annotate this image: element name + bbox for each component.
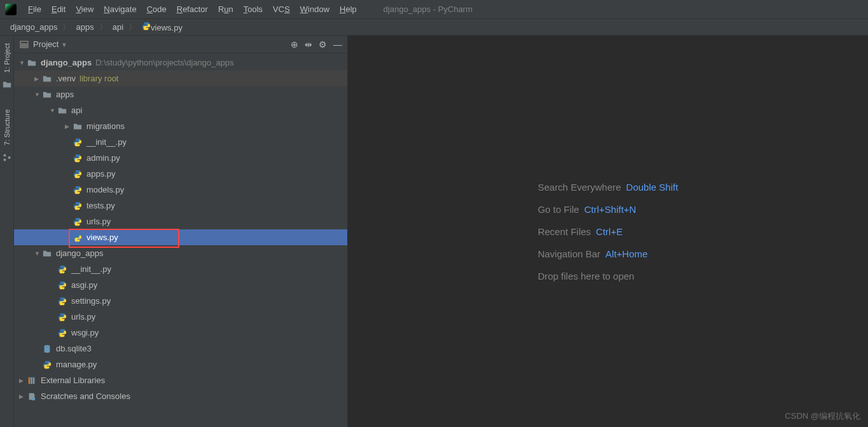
- tree-node-django-apps[interactable]: ▼django_apps: [14, 245, 347, 261]
- scratch-icon: [27, 391, 37, 402]
- panel-title[interactable]: Project ▼: [33, 39, 291, 49]
- hint-label: Go to File: [538, 204, 579, 215]
- tree-node-db-sqlite3[interactable]: db.sqlite3: [14, 341, 347, 356]
- chevron-down-icon[interactable]: ▼: [19, 60, 25, 66]
- locate-icon[interactable]: ⊕: [291, 39, 298, 50]
- folder-icon: [27, 58, 37, 68]
- breadcrumb-item[interactable]: django_apps: [6, 21, 61, 33]
- gutter-tab-structure[interactable]: 7: Structure: [2, 104, 12, 151]
- tree-node-urls-py[interactable]: urls.py: [14, 309, 347, 325]
- tree-node---init---py[interactable]: __init__.py: [14, 261, 347, 277]
- menu-refactor[interactable]: Refactor: [172, 3, 213, 16]
- tree-label: __init__.py: [71, 264, 111, 274]
- tree-label: settings.py: [71, 296, 111, 306]
- tree-node-wsgi-py[interactable]: wsgi.py: [14, 325, 347, 341]
- py-icon: [42, 360, 52, 370]
- editor-hint: Go to FileCtrl+Shift+N: [538, 204, 679, 215]
- chevron-right-icon[interactable]: ▶: [65, 123, 71, 130]
- window-title: django_apps - PyCharm: [383, 4, 472, 14]
- chevron-right-icon[interactable]: ▶: [34, 76, 41, 82]
- editor-hint: Search EverywhereDouble Shift: [538, 182, 679, 193]
- menu-window[interactable]: Window: [295, 3, 334, 16]
- svg-rect-4: [21, 42, 27, 43]
- tree-label: views.py: [86, 233, 118, 242]
- svg-rect-8: [33, 377, 35, 384]
- menu-run[interactable]: Run: [213, 3, 238, 16]
- left-gutter: 1: Project 7: Structure: [0, 36, 14, 427]
- tree-node-external-libraries[interactable]: ▶External Libraries: [14, 372, 347, 388]
- chevron-down-icon[interactable]: ▼: [50, 107, 56, 114]
- editor-area[interactable]: Search EverywhereDouble ShiftGo to FileC…: [348, 36, 868, 427]
- tree-label: api: [71, 105, 82, 115]
- menu-tools[interactable]: Tools: [238, 3, 268, 16]
- tree-node-manage-py[interactable]: manage.py: [14, 356, 347, 372]
- tree-node-scratches-and-consoles[interactable]: ▶Scratches and Consoles: [14, 388, 347, 404]
- tree-node-tests-py[interactable]: tests.py: [14, 198, 347, 214]
- menu-code[interactable]: Code: [142, 3, 172, 16]
- py-icon: [72, 233, 83, 243]
- folder-icon: [42, 74, 52, 84]
- tree-label: manage.py: [56, 360, 97, 369]
- menu-help[interactable]: Help: [334, 3, 362, 16]
- tree-node-views-py[interactable]: views.py: [14, 229, 347, 245]
- tree-node-api[interactable]: ▼api: [14, 102, 347, 118]
- menu-edit[interactable]: Edit: [46, 3, 71, 16]
- chevron-right-icon[interactable]: ▶: [19, 377, 25, 384]
- svg-rect-1: [3, 159, 6, 161]
- tree-node-settings-py[interactable]: settings.py: [14, 293, 347, 309]
- tree-label: urls.py: [86, 217, 111, 226]
- breadcrumb-item[interactable]: views.py: [138, 20, 186, 34]
- tree-label: admin.py: [86, 153, 120, 163]
- tree-node-asgi-py[interactable]: asgi.py: [14, 277, 347, 293]
- menubar: FileEditViewNavigateCodeRefactorRunTools…: [0, 0, 868, 19]
- gutter-tab-project[interactable]: 1: Project: [2, 38, 12, 78]
- editor-hint: Navigation BarAlt+Home: [538, 248, 679, 259]
- svg-point-9: [32, 396, 35, 400]
- tree-node-urls-py[interactable]: urls.py: [14, 214, 347, 229]
- breadcrumb-item[interactable]: api: [109, 21, 127, 33]
- tree-label: Scratches and Consoles: [41, 391, 130, 401]
- svg-rect-7: [31, 377, 32, 384]
- tree-hint: D:\study\python\projects\django_apps: [95, 58, 234, 67]
- menu-file[interactable]: File: [23, 3, 46, 16]
- hint-label: Search Everywhere: [538, 182, 621, 193]
- tree-label: tests.py: [86, 201, 115, 210]
- py-icon: [72, 201, 83, 211]
- tree-label: db.sqlite3: [56, 344, 92, 353]
- collapse-icon[interactable]: ⇹: [305, 39, 312, 50]
- tree-label: apps: [56, 90, 74, 99]
- gear-icon[interactable]: ⚙: [319, 39, 327, 50]
- tree-node--venv[interactable]: ▶.venvlibrary root: [14, 71, 347, 86]
- tree-node-django-apps[interactable]: ▼django_appsD:\study\python\projects\dja…: [14, 55, 347, 71]
- chevron-right-icon[interactable]: ▶: [19, 393, 25, 400]
- tree-label: wsgi.py: [71, 328, 99, 337]
- chevron-right-icon: 〉: [99, 22, 107, 33]
- py-icon: [57, 280, 67, 290]
- svg-rect-3: [20, 41, 29, 48]
- tree-node---init---py[interactable]: __init__.py: [14, 134, 347, 150]
- tree-node-admin-py[interactable]: admin.py: [14, 150, 347, 166]
- tree-label: django_apps: [56, 248, 103, 258]
- chevron-down-icon[interactable]: ▼: [34, 250, 41, 257]
- menu-navigate[interactable]: Navigate: [99, 3, 141, 16]
- tree-label: migrations: [86, 121, 125, 131]
- tree-label: models.py: [86, 185, 124, 194]
- tree-node-migrations[interactable]: ▶migrations: [14, 118, 347, 134]
- menu-vcs[interactable]: VCS: [268, 3, 295, 16]
- project-tree[interactable]: ▼django_appsD:\study\python\projects\dja…: [14, 53, 347, 427]
- tree-node-apps-py[interactable]: apps.py: [14, 166, 347, 182]
- tree-label: asgi.py: [71, 280, 97, 290]
- breadcrumb-item[interactable]: apps: [72, 21, 97, 33]
- tree-node-models-py[interactable]: models.py: [14, 182, 347, 198]
- hint-shortcut: Ctrl+E: [596, 226, 623, 237]
- chevron-down-icon[interactable]: ▼: [34, 92, 41, 98]
- hide-icon[interactable]: —: [333, 39, 342, 50]
- py-icon: [72, 169, 83, 179]
- breadcrumb-bar: django_apps〉apps〉api〉views.py: [0, 19, 868, 36]
- hint-shortcut: Ctrl+Shift+N: [584, 204, 637, 215]
- menu-view[interactable]: View: [71, 3, 99, 16]
- tree-label: .venv: [56, 74, 76, 83]
- tree-node-apps[interactable]: ▼apps: [14, 86, 347, 102]
- tree-label: __init__.py: [86, 137, 127, 147]
- lib-icon: [27, 376, 37, 386]
